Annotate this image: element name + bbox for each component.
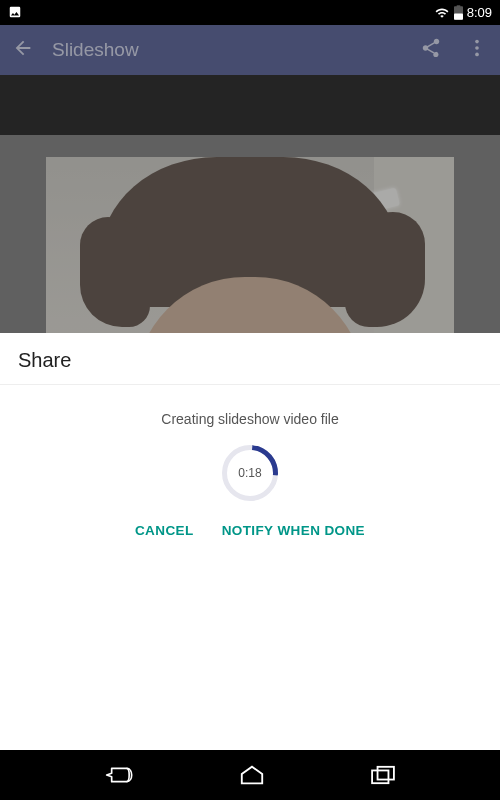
navigation-bar — [0, 750, 500, 800]
status-bar: 8:09 — [0, 0, 500, 25]
nav-recent-icon[interactable] — [370, 765, 396, 785]
svg-point-5 — [475, 53, 479, 57]
nav-home-icon[interactable] — [239, 764, 265, 786]
back-arrow-icon[interactable] — [12, 37, 34, 63]
progress-message: Creating slideshow video file — [161, 411, 338, 427]
page-title: Slideshow — [52, 39, 420, 61]
battery-icon — [454, 5, 463, 20]
svg-rect-6 — [372, 770, 388, 783]
action-bar: Slideshow — [0, 25, 500, 75]
share-icon[interactable] — [420, 37, 442, 63]
svg-point-4 — [475, 46, 479, 50]
status-time: 8:09 — [467, 5, 492, 20]
overflow-menu-icon[interactable] — [466, 37, 488, 63]
svg-rect-7 — [377, 767, 393, 780]
svg-point-3 — [475, 40, 479, 44]
svg-rect-1 — [456, 5, 460, 7]
progress-spinner: 0:18 — [222, 445, 278, 501]
picture-icon — [8, 5, 22, 19]
svg-rect-2 — [454, 13, 463, 19]
progress-time: 0:18 — [222, 445, 278, 501]
wifi-icon — [434, 6, 450, 20]
notify-when-done-button[interactable]: NOTIFY WHEN DONE — [222, 523, 365, 538]
nav-back-icon[interactable] — [105, 764, 135, 786]
cancel-button[interactable]: CANCEL — [135, 523, 194, 538]
share-sheet: Share Creating slideshow video file 0:18… — [0, 333, 500, 750]
sheet-title: Share — [0, 333, 500, 385]
top-black-strip — [0, 75, 500, 135]
